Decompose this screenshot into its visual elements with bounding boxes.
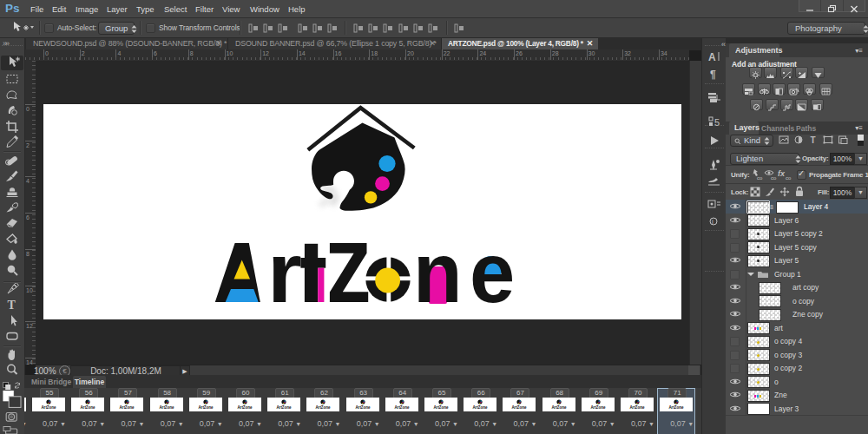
svg-text:ArtZone: ArtZone	[198, 405, 214, 410]
svg-text:ArtZone: ArtZone	[81, 405, 96, 410]
svg-text:co: co	[786, 175, 792, 181]
svg-text:T: T	[8, 299, 16, 312]
svg-text:ArtZone: ArtZone	[316, 405, 332, 410]
svg-text:i: i	[712, 218, 713, 226]
svg-text:ArtZone: ArtZone	[590, 405, 606, 410]
svg-text:ArtZone: ArtZone	[669, 405, 685, 410]
svg-text:ArtZone: ArtZone	[237, 405, 253, 410]
svg-text:ArtZone: ArtZone	[629, 405, 645, 410]
svg-text:r: r	[267, 226, 302, 319]
svg-text:ArtZone: ArtZone	[394, 405, 410, 410]
svg-text:fx: fx	[778, 169, 786, 178]
svg-text:ArtZone: ArtZone	[41, 405, 56, 410]
svg-text:ArtZone: ArtZone	[277, 405, 293, 410]
svg-text:co: co	[771, 175, 777, 181]
svg-text:A: A	[708, 51, 716, 63]
svg-text:ArtZone: ArtZone	[473, 405, 489, 410]
svg-text:ArtZone: ArtZone	[512, 405, 528, 410]
svg-text:ArtZone: ArtZone	[159, 405, 174, 410]
svg-text:¶: ¶	[710, 69, 716, 81]
svg-text:ArtZone: ArtZone	[433, 405, 449, 410]
svg-text:T: T	[811, 135, 816, 145]
svg-text:ArtZone: ArtZone	[551, 405, 567, 410]
svg-text:co: co	[757, 175, 763, 181]
svg-text:ArtZone: ArtZone	[355, 405, 371, 410]
svg-text:n: n	[413, 226, 463, 319]
svg-text:5: 5	[714, 117, 720, 128]
svg-text:ArtZone: ArtZone	[120, 405, 135, 410]
svg-text:e: e	[470, 225, 515, 319]
